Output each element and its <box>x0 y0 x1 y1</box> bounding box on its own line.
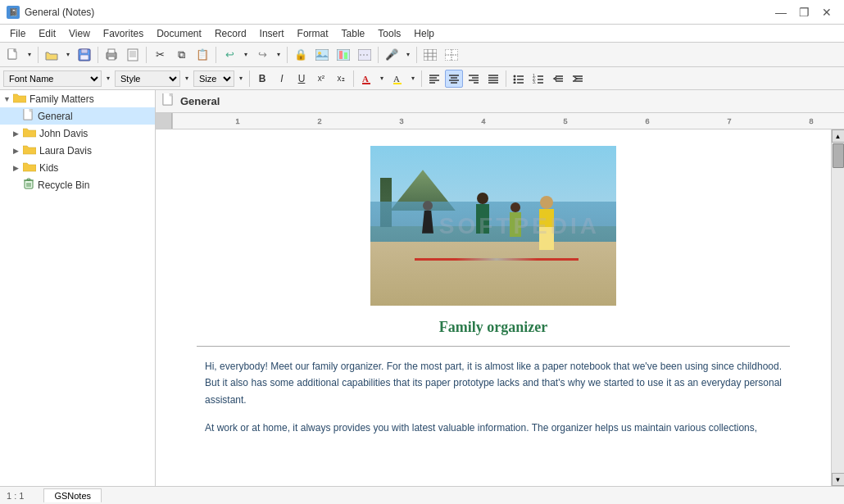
font-style-select[interactable]: Style <box>115 70 180 87</box>
menu-tools[interactable]: Tools <box>371 25 407 42</box>
sidebar-item-label: John Davis <box>39 128 88 139</box>
svg-rect-15 <box>339 51 343 59</box>
undo-dropdown-arrow[interactable]: ▾ <box>241 45 251 65</box>
menu-edit[interactable]: Edit <box>32 25 62 42</box>
align-left-button[interactable] <box>425 70 443 88</box>
document-paragraph-1: Hi, everybody! Meet our family organizer… <box>197 358 790 408</box>
size-dropdown-arrow[interactable]: ▾ <box>236 69 246 89</box>
sidebar-item-label: Recycle Bin <box>38 179 89 191</box>
toolbar-separator <box>353 70 354 87</box>
redo-button[interactable]: ↪ <box>252 45 272 65</box>
superscript-button[interactable]: x² <box>312 70 330 88</box>
gsnotes-tab[interactable]: GSNotes <box>43 488 102 502</box>
new-button[interactable] <box>3 45 23 65</box>
scroll-thumb[interactable] <box>833 143 844 168</box>
svg-point-47 <box>514 75 516 77</box>
svg-text:8: 8 <box>809 117 813 125</box>
ordered-list-button[interactable]: 1.2.3. <box>529 70 547 88</box>
menu-insert[interactable]: Insert <box>253 25 291 42</box>
subscript-button[interactable]: x₂ <box>332 70 350 88</box>
toolbar-separator <box>378 47 379 63</box>
style-dropdown-arrow[interactable]: ▾ <box>182 69 192 89</box>
paste-button[interactable]: 📋 <box>193 45 212 65</box>
img-button1[interactable] <box>312 45 332 65</box>
sidebar-item-family-matters[interactable]: ▼ Family Matters <box>0 90 155 107</box>
scroll-down-arrow[interactable]: ▼ <box>832 473 845 486</box>
restore-button[interactable]: ❐ <box>793 4 815 20</box>
toolbar-separator <box>421 70 422 87</box>
increase-indent-button[interactable] <box>569 70 587 88</box>
font-color-button[interactable]: A <box>357 70 375 88</box>
preview-button[interactable] <box>123 45 143 65</box>
sidebar-item-john-davis[interactable]: ▶ John Davis <box>0 125 155 142</box>
app-icon: 📓 <box>7 6 20 19</box>
table-button[interactable] <box>420 45 440 65</box>
photo-water <box>370 202 616 242</box>
unordered-list-button[interactable] <box>510 70 528 88</box>
table-button2[interactable] <box>442 45 461 65</box>
copy-button[interactable]: ⧉ <box>171 45 191 65</box>
cut-button[interactable]: ✂ <box>150 45 170 65</box>
expand-arrow: ▶ <box>13 129 23 138</box>
redo-dropdown-arrow[interactable]: ▾ <box>274 45 284 65</box>
toolbar-separator <box>287 47 288 63</box>
font-name-select[interactable]: Font Name <box>3 70 102 87</box>
mic-button[interactable]: 🎤 <box>382 45 402 65</box>
svg-rect-30 <box>393 83 402 84</box>
document-content[interactable]: SOFTPEDIA Family organizer Hi, everybody… <box>156 129 831 486</box>
menu-help[interactable]: Help <box>407 25 441 42</box>
align-center-button[interactable] <box>445 70 463 88</box>
highlight-dropdown[interactable]: ▾ <box>408 69 418 89</box>
window-title: General (Notes) <box>25 7 94 18</box>
sidebar-item-laura-davis[interactable]: ▶ Laura Davis <box>0 142 155 159</box>
img-button2[interactable] <box>334 45 353 65</box>
svg-rect-2 <box>81 49 88 53</box>
folder-icon <box>23 143 36 157</box>
sidebar-item-kids[interactable]: ▶ Kids <box>0 159 155 176</box>
menu-bar: File Edit View Favorites Document Record… <box>0 25 844 43</box>
print-button[interactable] <box>102 45 121 65</box>
font-color-dropdown[interactable]: ▾ <box>377 69 387 89</box>
toolbar-separator <box>416 47 417 63</box>
menu-file[interactable]: File <box>3 25 32 42</box>
lock-button[interactable]: 🔒 <box>291 45 311 65</box>
toolbar-separator <box>506 70 506 87</box>
menu-document[interactable]: Document <box>150 25 208 42</box>
open-dropdown-arrow[interactable]: ▾ <box>63 45 73 65</box>
scroll-up-arrow[interactable]: ▲ <box>832 129 845 143</box>
open-button[interactable] <box>42 45 61 65</box>
svg-text:7: 7 <box>727 117 731 125</box>
menu-format[interactable]: Format <box>291 25 335 42</box>
toolbar-separator <box>249 70 250 87</box>
expand-arrow: ▶ <box>13 147 23 155</box>
toolbar-separator <box>216 47 216 63</box>
sidebar-item-recycle-bin[interactable]: ▶ Recycle Bin <box>0 176 155 193</box>
close-button[interactable]: ✕ <box>816 4 837 20</box>
menu-record[interactable]: Record <box>208 25 253 42</box>
undo-button[interactable]: ↩ <box>220 45 239 65</box>
decrease-indent-button[interactable] <box>549 70 567 88</box>
svg-rect-6 <box>108 57 115 60</box>
new-dropdown-arrow[interactable]: ▾ <box>25 45 34 65</box>
font-size-select[interactable]: Size <box>193 70 234 87</box>
align-justify-button[interactable] <box>484 70 502 88</box>
minimize-button[interactable]: — <box>770 4 792 20</box>
scroll-track[interactable] <box>832 143 844 473</box>
menu-table[interactable]: Table <box>335 25 372 42</box>
sidebar-item-general[interactable]: ▶ General <box>0 107 155 125</box>
title-bar: 📓 General (Notes) — ❐ ✕ <box>0 0 844 25</box>
bold-button[interactable]: B <box>253 70 271 88</box>
vertical-scrollbar[interactable]: ▲ ▼ <box>831 129 844 486</box>
save-button[interactable] <box>75 45 94 65</box>
menu-favorites[interactable]: Favorites <box>97 25 150 42</box>
highlight-button[interactable]: A <box>388 70 406 88</box>
menu-view[interactable]: View <box>62 25 97 42</box>
status-bar: 1 : 1 GSNotes <box>0 486 844 504</box>
svg-text:4: 4 <box>481 117 485 125</box>
img-button3[interactable] <box>355 45 374 65</box>
underline-button[interactable]: U <box>293 70 311 88</box>
mic-dropdown-arrow[interactable]: ▾ <box>403 45 413 65</box>
italic-button[interactable]: I <box>273 70 291 88</box>
align-right-button[interactable] <box>465 70 483 88</box>
font-dropdown-arrow[interactable]: ▾ <box>103 69 113 89</box>
